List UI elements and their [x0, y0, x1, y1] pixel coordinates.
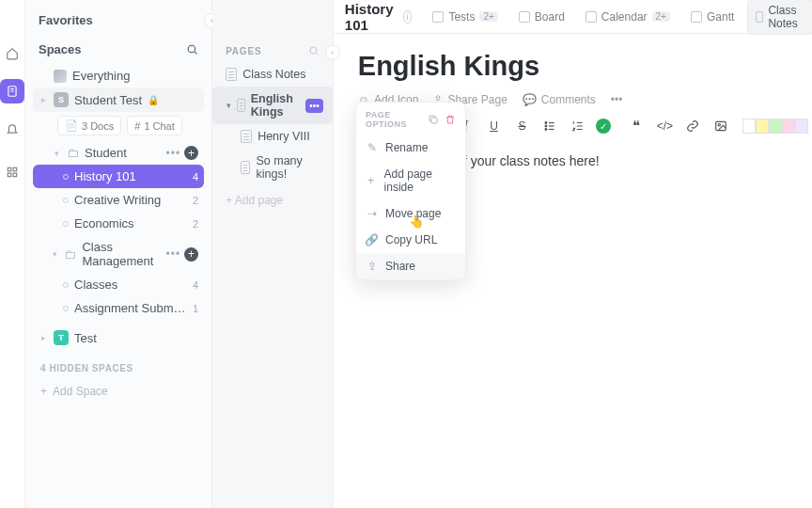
- trash-icon[interactable]: [445, 114, 456, 125]
- image-button[interactable]: [710, 116, 731, 136]
- strike-button[interactable]: S: [511, 116, 532, 136]
- space-icon: S: [54, 92, 69, 107]
- chat-chip[interactable]: #1 Chat: [127, 116, 182, 135]
- student-test-item[interactable]: ▸ S Student Test 🔒: [33, 87, 204, 112]
- label: Creative Writing: [74, 193, 161, 207]
- comments-button[interactable]: 💬Comments: [523, 93, 596, 106]
- count: 4: [193, 171, 198, 183]
- iconbar: [0, 0, 25, 508]
- status-dot: [63, 174, 69, 180]
- more-icon[interactable]: •••: [166, 147, 181, 160]
- info-icon[interactable]: i: [403, 10, 413, 24]
- search-icon[interactable]: [186, 43, 198, 56]
- svg-point-5: [188, 45, 195, 53]
- everything-item[interactable]: Everything: [33, 64, 204, 87]
- page-title[interactable]: English Kings: [358, 51, 812, 82]
- bullet-list-button[interactable]: [539, 116, 560, 136]
- swatch[interactable]: [782, 119, 795, 134]
- add-space-button[interactable]: +Add Space: [33, 381, 204, 402]
- menu-share[interactable]: ⇪Share: [356, 253, 465, 279]
- pencil-icon: ✎: [366, 142, 378, 154]
- code-button[interactable]: </>: [654, 116, 675, 136]
- page-options-menu: PAGE OPTIONS ✎Rename +Add page inside ⇢M…: [355, 102, 466, 280]
- label: Student: [85, 146, 127, 160]
- folder-icon: 🗀: [67, 146, 79, 160]
- label: Classes: [74, 278, 117, 292]
- more-icon[interactable]: •••: [166, 247, 181, 261]
- hash-icon: #: [134, 120, 140, 132]
- add-button[interactable]: +: [184, 146, 198, 160]
- count: 2: [193, 218, 198, 230]
- menu-copy-url[interactable]: 🔗Copy URL: [356, 227, 465, 253]
- menu-rename[interactable]: ✎Rename: [356, 135, 465, 161]
- search-icon[interactable]: [308, 45, 320, 56]
- duplicate-icon[interactable]: [428, 114, 439, 125]
- checklist-button[interactable]: ✓: [596, 119, 611, 134]
- chevron-down-icon: ▾: [52, 249, 58, 259]
- swatch[interactable]: [769, 119, 782, 134]
- label: Assignment Submissio...: [74, 301, 187, 315]
- student-folder[interactable]: ▾ 🗀 Student •••+: [33, 141, 204, 165]
- lock-icon: 🔒: [148, 95, 159, 105]
- add-button[interactable]: +: [184, 247, 198, 262]
- tab-tests[interactable]: Tests2+: [425, 7, 505, 27]
- chevron-down-icon: ▾: [226, 101, 231, 110]
- link-icon: 🔗: [366, 234, 378, 246]
- svg-rect-12: [431, 118, 437, 123]
- creative-list[interactable]: Creative Writing 2: [33, 188, 204, 212]
- space-icon: T: [54, 330, 69, 345]
- class-mgmt-folder[interactable]: ▾ 🗀 Class Management •••+: [33, 235, 204, 273]
- page-more-button[interactable]: •••: [305, 99, 323, 113]
- quote-button[interactable]: ❝: [626, 116, 647, 136]
- doc-icon: [241, 130, 252, 143]
- caret-icon: ▸: [39, 95, 48, 104]
- count: 4: [193, 279, 198, 291]
- status-dot: [63, 221, 69, 227]
- swatch[interactable]: [742, 119, 756, 134]
- numbered-list-button[interactable]: [568, 116, 588, 136]
- svg-point-6: [310, 47, 317, 54]
- test-space[interactable]: ▸ T Test: [33, 325, 204, 350]
- tab-gantt[interactable]: Gantt: [683, 7, 742, 27]
- tab-class-notes[interactable]: Class Notes: [747, 0, 812, 35]
- calendar-icon: [586, 11, 597, 23]
- underline-button[interactable]: U: [483, 116, 504, 136]
- pages-label: PAGES: [226, 46, 261, 56]
- page-so-many[interactable]: So many kings!: [212, 149, 333, 186]
- assignment-list[interactable]: Assignment Submissio... 1: [33, 296, 204, 320]
- caret-icon: ▸: [39, 333, 48, 342]
- tab-calendar[interactable]: Calendar2+: [578, 7, 678, 27]
- svg-point-9: [546, 129, 548, 131]
- doc-more-button[interactable]: •••: [611, 93, 623, 106]
- page-english-kings[interactable]: ▾ English Kings •••: [212, 87, 333, 124]
- add-page-button[interactable]: + Add page: [212, 186, 333, 214]
- bell-icon[interactable]: [0, 117, 24, 141]
- menu-add-inside[interactable]: +Add page inside: [356, 161, 465, 200]
- page-class-notes[interactable]: Class Notes: [212, 62, 333, 87]
- label: Student Test: [74, 93, 142, 107]
- menu-title: PAGE OPTIONS: [366, 110, 428, 129]
- docs-chip[interactable]: 📄3 Docs: [57, 116, 121, 135]
- economics-list[interactable]: Economics 2: [33, 212, 204, 235]
- label: History 101: [74, 169, 136, 183]
- hidden-spaces[interactable]: 4 HIDDEN SPACES: [33, 350, 204, 381]
- svg-rect-1: [8, 167, 11, 171]
- breadcrumb[interactable]: History 101: [345, 1, 394, 33]
- home-icon[interactable]: [0, 41, 24, 66]
- swatch[interactable]: [756, 119, 769, 134]
- favorites-label[interactable]: Favorites: [33, 9, 204, 39]
- docs-icon[interactable]: [0, 79, 24, 103]
- link-button[interactable]: [682, 116, 703, 136]
- classes-list[interactable]: Classes 4: [33, 273, 204, 296]
- page-henry[interactable]: Henry VIII: [212, 124, 333, 149]
- swatch[interactable]: [795, 119, 808, 134]
- everything-icon: [54, 70, 67, 83]
- apps-icon[interactable]: [0, 160, 24, 184]
- plus-icon: +: [366, 175, 377, 187]
- doc-icon: [756, 11, 763, 23]
- doc-icon: [241, 161, 250, 174]
- menu-move[interactable]: ⇢Move page: [356, 200, 465, 227]
- history-list[interactable]: History 101 4: [33, 165, 204, 188]
- list-icon: [432, 11, 444, 23]
- tab-board[interactable]: Board: [511, 7, 572, 27]
